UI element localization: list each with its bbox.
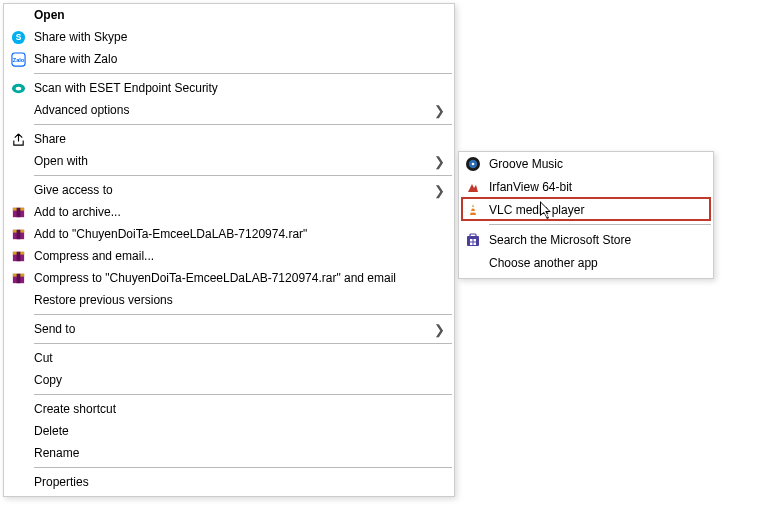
context-menu-main: Open S Share with Skype Zalo Share with … xyxy=(3,3,455,497)
menu-label: Give access to xyxy=(28,183,434,197)
menu-item-scan-eset[interactable]: Scan with ESET Endpoint Security xyxy=(4,77,454,99)
menu-item-open[interactable]: Open xyxy=(4,4,454,26)
svg-rect-17 xyxy=(16,273,20,282)
menu-label: Copy xyxy=(28,373,446,387)
svg-rect-14 xyxy=(16,251,20,260)
svg-rect-23 xyxy=(471,207,476,209)
menu-label: Add to archive... xyxy=(28,205,446,219)
irfanview-icon xyxy=(463,179,483,195)
menu-item-advanced-options[interactable]: Advanced options ❯ xyxy=(4,99,454,121)
winrar-icon xyxy=(8,271,28,286)
menu-label: Cut xyxy=(28,351,446,365)
menu-label: Share xyxy=(28,132,446,146)
menu-item-send-to[interactable]: Send to ❯ xyxy=(4,318,454,340)
svg-rect-29 xyxy=(470,242,473,245)
submenu-item-vlc[interactable]: VLC media player xyxy=(459,198,713,221)
menu-label: Scan with ESET Endpoint Security xyxy=(28,81,446,95)
menu-label: Send to xyxy=(28,322,434,336)
svg-rect-8 xyxy=(16,207,20,216)
menu-item-delete[interactable]: Delete xyxy=(4,420,454,442)
menu-item-add-to-named-archive[interactable]: Add to "ChuyenDoiTa-EmceeLDaLAB-7120974.… xyxy=(4,223,454,245)
menu-item-restore-previous[interactable]: Restore previous versions xyxy=(4,289,454,311)
svg-rect-11 xyxy=(16,229,20,238)
menu-separator xyxy=(34,343,452,344)
menu-item-compress-email[interactable]: Compress and email... xyxy=(4,245,454,267)
menu-item-share[interactable]: Share xyxy=(4,128,454,150)
microsoft-store-icon xyxy=(463,232,483,248)
submenu-label: Search the Microsoft Store xyxy=(483,233,705,247)
menu-separator xyxy=(489,224,711,225)
menu-label: Add to "ChuyenDoiTa-EmceeLDaLAB-7120974.… xyxy=(28,227,446,241)
skype-icon: S xyxy=(8,30,28,45)
submenu-label: Groove Music xyxy=(483,157,705,171)
menu-item-open-with[interactable]: Open with ❯ xyxy=(4,150,454,172)
svg-point-20 xyxy=(472,162,475,165)
submenu-arrow-icon: ❯ xyxy=(434,183,446,198)
svg-rect-24 xyxy=(470,211,476,213)
vlc-icon xyxy=(463,202,483,218)
menu-label: Rename xyxy=(28,446,446,460)
menu-label: Delete xyxy=(28,424,446,438)
menu-item-share-zalo[interactable]: Zalo Share with Zalo xyxy=(4,48,454,70)
menu-label: Open xyxy=(28,8,446,22)
menu-separator xyxy=(34,124,452,125)
svg-rect-27 xyxy=(470,239,473,242)
menu-padding xyxy=(4,493,454,496)
svg-marker-22 xyxy=(470,204,476,215)
submenu-item-groove-music[interactable]: Groove Music xyxy=(459,152,713,175)
menu-item-add-to-archive[interactable]: Add to archive... xyxy=(4,201,454,223)
submenu-label: VLC media player xyxy=(483,203,705,217)
menu-separator xyxy=(34,314,452,315)
submenu-arrow-icon: ❯ xyxy=(434,103,446,118)
menu-label: Compress to "ChuyenDoiTa-EmceeLDaLAB-712… xyxy=(28,271,446,285)
menu-item-rename[interactable]: Rename xyxy=(4,442,454,464)
menu-label: Restore previous versions xyxy=(28,293,446,307)
menu-label: Share with Skype xyxy=(28,30,446,44)
submenu-arrow-icon: ❯ xyxy=(434,322,446,337)
winrar-icon xyxy=(8,205,28,220)
menu-label: Create shortcut xyxy=(28,402,446,416)
svg-rect-26 xyxy=(470,234,476,237)
menu-item-properties[interactable]: Properties xyxy=(4,471,454,493)
svg-rect-28 xyxy=(474,239,477,242)
menu-item-copy[interactable]: Copy xyxy=(4,369,454,391)
menu-item-cut[interactable]: Cut xyxy=(4,347,454,369)
menu-item-compress-to-named-email[interactable]: Compress to "ChuyenDoiTa-EmceeLDaLAB-712… xyxy=(4,267,454,289)
submenu-item-irfanview[interactable]: IrfanView 64-bit xyxy=(459,175,713,198)
submenu-label: Choose another app xyxy=(483,256,705,270)
menu-label: Advanced options xyxy=(28,103,434,117)
share-icon xyxy=(8,132,28,147)
winrar-icon xyxy=(8,227,28,242)
menu-label: Share with Zalo xyxy=(28,52,446,66)
submenu-item-search-store[interactable]: Search the Microsoft Store xyxy=(459,228,713,251)
submenu-label: IrfanView 64-bit xyxy=(483,180,705,194)
zalo-icon: Zalo xyxy=(8,52,28,67)
menu-separator xyxy=(34,394,452,395)
svg-rect-30 xyxy=(474,242,477,245)
menu-label: Open with xyxy=(28,154,434,168)
groove-music-icon xyxy=(463,156,483,172)
winrar-icon xyxy=(8,249,28,264)
menu-item-give-access-to[interactable]: Give access to ❯ xyxy=(4,179,454,201)
menu-separator xyxy=(34,467,452,468)
menu-label: Compress and email... xyxy=(28,249,446,263)
menu-item-create-shortcut[interactable]: Create shortcut xyxy=(4,398,454,420)
svg-text:Zalo: Zalo xyxy=(12,57,24,63)
submenu-item-choose-another[interactable]: Choose another app xyxy=(459,251,713,274)
svg-text:S: S xyxy=(15,32,21,42)
menu-label: Properties xyxy=(28,475,446,489)
menu-separator xyxy=(34,175,452,176)
context-menu-open-with: Groove Music IrfanView 64-bit VLC media … xyxy=(458,151,714,279)
svg-point-5 xyxy=(15,86,21,90)
menu-item-share-skype[interactable]: S Share with Skype xyxy=(4,26,454,48)
menu-separator xyxy=(34,73,452,74)
eset-icon xyxy=(8,81,28,96)
submenu-arrow-icon: ❯ xyxy=(434,154,446,169)
